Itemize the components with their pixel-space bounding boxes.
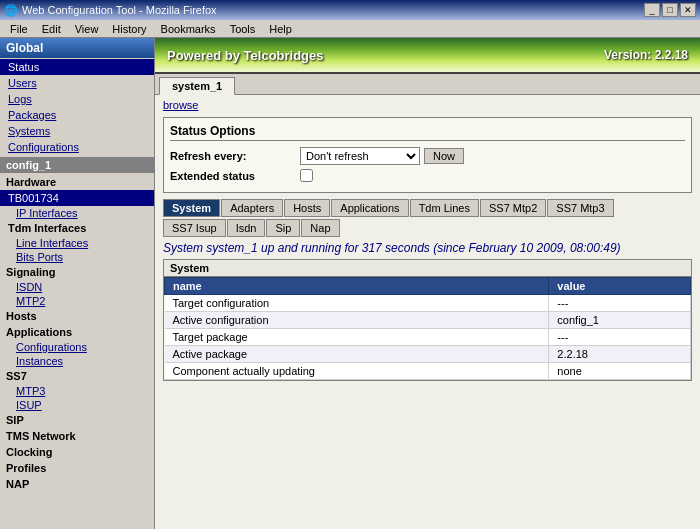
extended-status-row: Extended status <box>170 169 685 182</box>
table-cell-name: Target package <box>165 329 549 346</box>
sidebar-item-bits-ports[interactable]: Bits Ports <box>0 250 154 264</box>
sidebar-tdm-interfaces-label: Tdm Interfaces <box>0 220 154 236</box>
sidebar-item-configurations[interactable]: Configurations <box>0 139 154 155</box>
sidebar-item-status[interactable]: Status <box>0 59 154 75</box>
sidebar-item-mtp3[interactable]: MTP3 <box>0 384 154 398</box>
nav-tab-hosts[interactable]: Hosts <box>284 199 330 217</box>
sidebar-item-isup[interactable]: ISUP <box>0 398 154 412</box>
sidebar-tms-label: TMS Network <box>0 428 154 444</box>
table-row: Target configuration--- <box>165 295 691 312</box>
sidebar-item-app-configurations[interactable]: Configurations <box>0 340 154 354</box>
sidebar-item-packages[interactable]: Packages <box>0 107 154 123</box>
sidebar-item-instances[interactable]: Instances <box>0 354 154 368</box>
menu-tools[interactable]: Tools <box>224 22 262 36</box>
minimize-button[interactable]: _ <box>644 3 660 17</box>
main-layout: Global Status Users Logs Packages System… <box>0 38 700 529</box>
refresh-controls: Don't refresh 5 seconds 10 seconds 30 se… <box>300 147 464 165</box>
refresh-row: Refresh every: Don't refresh 5 seconds 1… <box>170 147 685 165</box>
sidebar-hosts-label: Hosts <box>0 308 154 324</box>
nav-tabs-row1: System Adapters Hosts Applications Tdm L… <box>155 195 700 217</box>
sidebar-item-systems[interactable]: Systems <box>0 123 154 139</box>
nav-tab-applications[interactable]: Applications <box>331 199 408 217</box>
table-cell-value: --- <box>549 329 691 346</box>
nav-tabs-row2: SS7 Isup Isdn Sip Nap <box>155 217 700 237</box>
menu-bookmarks[interactable]: Bookmarks <box>155 22 222 36</box>
table-row: Active configurationconfig_1 <box>165 312 691 329</box>
table-row: Component actually updatingnone <box>165 363 691 380</box>
sidebar-item-isdn[interactable]: ISDN <box>0 280 154 294</box>
sidebar-item-tb001734[interactable]: TB001734 <box>0 190 154 206</box>
table-row: Target package--- <box>165 329 691 346</box>
sidebar-ss7-label: SS7 <box>0 368 154 384</box>
table-cell-value: 2.2.18 <box>549 346 691 363</box>
nav-tab-nap[interactable]: Nap <box>301 219 339 237</box>
table-cell-value: --- <box>549 295 691 312</box>
menu-help[interactable]: Help <box>263 22 298 36</box>
system-data-table: name value Target configuration---Active… <box>164 277 691 380</box>
sidebar: Global Status Users Logs Packages System… <box>0 38 155 529</box>
sidebar-item-ip-interfaces[interactable]: IP Interfaces <box>0 206 154 220</box>
table-cell-value: config_1 <box>549 312 691 329</box>
nav-tab-sip[interactable]: Sip <box>266 219 300 237</box>
status-options-panel: Status Options Refresh every: Don't refr… <box>163 117 692 193</box>
menu-bar: File Edit View History Bookmarks Tools H… <box>0 20 700 38</box>
system-tab-bar: system_1 <box>155 74 700 95</box>
status-options-title: Status Options <box>170 124 685 141</box>
extended-status-label: Extended status <box>170 170 300 182</box>
content-area: Powered by Telcobridges Version: 2.2.18 … <box>155 38 700 529</box>
table-header-name: name <box>165 278 549 295</box>
title-bar-icon: 🌐 <box>4 4 18 17</box>
table-cell-name: Target configuration <box>165 295 549 312</box>
table-cell-name: Component actually updating <box>165 363 549 380</box>
menu-edit[interactable]: Edit <box>36 22 67 36</box>
sidebar-item-users[interactable]: Users <box>0 75 154 91</box>
sidebar-applications-label: Applications <box>0 324 154 340</box>
table-header-value: value <box>549 278 691 295</box>
browse-section: browse <box>155 95 700 115</box>
sidebar-item-mtp2[interactable]: MTP2 <box>0 294 154 308</box>
menu-history[interactable]: History <box>106 22 152 36</box>
now-button[interactable]: Now <box>424 148 464 164</box>
table-cell-name: Active package <box>165 346 549 363</box>
sidebar-global-header: Global <box>0 38 154 58</box>
title-bar-text: Web Configuration Tool - Mozilla Firefox <box>22 4 217 16</box>
refresh-select[interactable]: Don't refresh 5 seconds 10 seconds 30 se… <box>300 147 420 165</box>
table-cell-name: Active configuration <box>165 312 549 329</box>
menu-file[interactable]: File <box>4 22 34 36</box>
nav-tab-tdm-lines[interactable]: Tdm Lines <box>410 199 479 217</box>
nav-tab-ss7-mtp2[interactable]: SS7 Mtp2 <box>480 199 546 217</box>
system-status-text: System system_1 up and running for 317 s… <box>163 241 692 255</box>
table-row: Active package2.2.18 <box>165 346 691 363</box>
nav-tab-ss7-mtp3[interactable]: SS7 Mtp3 <box>547 199 613 217</box>
sidebar-profiles-label: Profiles <box>0 460 154 476</box>
sidebar-hardware-label: Hardware <box>0 174 154 190</box>
nav-tab-adapters[interactable]: Adapters <box>221 199 283 217</box>
close-button[interactable]: ✕ <box>680 3 696 17</box>
nav-tab-isdn[interactable]: Isdn <box>227 219 266 237</box>
system-panel: System name value Target configuration--… <box>163 259 692 381</box>
table-cell-value: none <box>549 363 691 380</box>
sidebar-item-logs[interactable]: Logs <box>0 91 154 107</box>
browse-link[interactable]: browse <box>163 99 198 111</box>
header-version: Version: 2.2.18 <box>604 48 688 62</box>
sidebar-signaling-label: Signaling <box>0 264 154 280</box>
system-tab[interactable]: system_1 <box>159 77 235 95</box>
sidebar-nap-label: NAP <box>0 476 154 492</box>
header-banner: Powered by Telcobridges Version: 2.2.18 <box>155 38 700 74</box>
sidebar-config-header: config_1 <box>0 157 154 173</box>
header-brand: Powered by Telcobridges <box>167 48 324 63</box>
sidebar-clocking-label: Clocking <box>0 444 154 460</box>
nav-tab-system[interactable]: System <box>163 199 220 217</box>
sidebar-item-line-interfaces[interactable]: Line Interfaces <box>0 236 154 250</box>
title-bar: 🌐 Web Configuration Tool - Mozilla Firef… <box>0 0 700 20</box>
menu-view[interactable]: View <box>69 22 105 36</box>
extended-status-checkbox[interactable] <box>300 169 313 182</box>
maximize-button[interactable]: □ <box>662 3 678 17</box>
sidebar-sip-label: SIP <box>0 412 154 428</box>
main-content: System system_1 up and running for 317 s… <box>155 237 700 529</box>
refresh-label: Refresh every: <box>170 150 300 162</box>
nav-tab-ss7-isup[interactable]: SS7 Isup <box>163 219 226 237</box>
system-panel-title: System <box>164 260 691 277</box>
